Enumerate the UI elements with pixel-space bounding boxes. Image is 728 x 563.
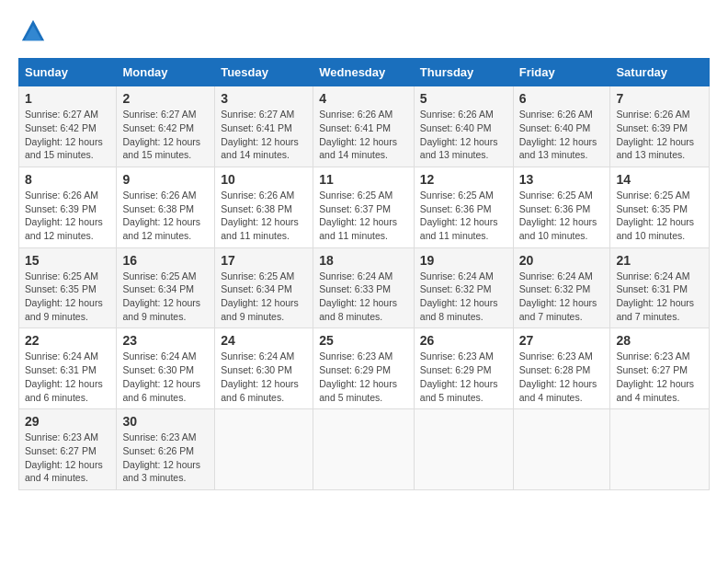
day-number: 24 xyxy=(221,333,307,348)
day-info: Sunrise: 6:24 AM Sunset: 6:33 PM Dayligh… xyxy=(319,270,408,324)
calendar-header-saturday: Saturday xyxy=(610,59,710,86)
day-number: 1 xyxy=(25,91,110,106)
day-info: Sunrise: 6:26 AM Sunset: 6:39 PM Dayligh… xyxy=(25,189,110,243)
day-number: 25 xyxy=(319,333,408,348)
calendar-header-row: SundayMondayTuesdayWednesdayThursdayFrid… xyxy=(19,59,710,86)
calendar-cell: 17 Sunrise: 6:25 AM Sunset: 6:34 PM Dayl… xyxy=(215,247,313,328)
day-number: 15 xyxy=(25,253,110,268)
day-info: Sunrise: 6:26 AM Sunset: 6:40 PM Dayligh… xyxy=(519,108,605,162)
calendar-cell: 9 Sunrise: 6:26 AM Sunset: 6:38 PM Dayli… xyxy=(117,167,215,247)
day-info: Sunrise: 6:26 AM Sunset: 6:41 PM Dayligh… xyxy=(319,108,408,162)
day-info: Sunrise: 6:24 AM Sunset: 6:32 PM Dayligh… xyxy=(519,270,605,324)
day-info: Sunrise: 6:25 AM Sunset: 6:36 PM Dayligh… xyxy=(420,189,507,243)
calendar-week-row: 1 Sunrise: 6:27 AM Sunset: 6:42 PM Dayli… xyxy=(19,86,710,167)
calendar-cell: 8 Sunrise: 6:26 AM Sunset: 6:39 PM Dayli… xyxy=(19,167,117,247)
calendar-table: SundayMondayTuesdayWednesdayThursdayFrid… xyxy=(18,58,710,490)
calendar-week-row: 8 Sunrise: 6:26 AM Sunset: 6:39 PM Dayli… xyxy=(19,167,710,247)
page-header xyxy=(18,18,710,49)
day-number: 6 xyxy=(519,91,605,106)
day-number: 29 xyxy=(25,414,110,429)
calendar-cell: 27 Sunrise: 6:23 AM Sunset: 6:28 PM Dayl… xyxy=(513,328,610,409)
day-info: Sunrise: 6:25 AM Sunset: 6:34 PM Dayligh… xyxy=(122,270,209,324)
calendar-cell: 26 Sunrise: 6:23 AM Sunset: 6:29 PM Dayl… xyxy=(414,328,513,409)
day-number: 17 xyxy=(221,253,307,268)
day-number: 20 xyxy=(519,253,605,268)
day-info: Sunrise: 6:23 AM Sunset: 6:27 PM Dayligh… xyxy=(616,350,703,404)
calendar-cell: 18 Sunrise: 6:24 AM Sunset: 6:33 PM Dayl… xyxy=(313,247,415,328)
calendar-cell: 23 Sunrise: 6:24 AM Sunset: 6:30 PM Dayl… xyxy=(117,328,215,409)
calendar-cell: 13 Sunrise: 6:25 AM Sunset: 6:36 PM Dayl… xyxy=(513,167,610,247)
calendar-cell: 5 Sunrise: 6:26 AM Sunset: 6:40 PM Dayli… xyxy=(414,86,513,167)
day-info: Sunrise: 6:26 AM Sunset: 6:38 PM Dayligh… xyxy=(122,189,209,243)
calendar-cell: 19 Sunrise: 6:24 AM Sunset: 6:32 PM Dayl… xyxy=(414,247,513,328)
calendar-cell: 2 Sunrise: 6:27 AM Sunset: 6:42 PM Dayli… xyxy=(117,86,215,167)
calendar-cell: 15 Sunrise: 6:25 AM Sunset: 6:35 PM Dayl… xyxy=(19,247,117,328)
day-info: Sunrise: 6:25 AM Sunset: 6:35 PM Dayligh… xyxy=(616,189,703,243)
day-number: 2 xyxy=(122,91,209,106)
calendar-cell: 3 Sunrise: 6:27 AM Sunset: 6:41 PM Dayli… xyxy=(215,86,313,167)
calendar-cell xyxy=(513,409,610,490)
day-number: 22 xyxy=(25,333,110,348)
day-number: 11 xyxy=(319,172,408,187)
day-number: 18 xyxy=(319,253,408,268)
calendar-cell xyxy=(414,409,513,490)
day-number: 23 xyxy=(122,333,209,348)
day-number: 21 xyxy=(616,253,703,268)
day-info: Sunrise: 6:27 AM Sunset: 6:42 PM Dayligh… xyxy=(122,108,209,162)
day-number: 19 xyxy=(420,253,507,268)
calendar-cell: 16 Sunrise: 6:25 AM Sunset: 6:34 PM Dayl… xyxy=(117,247,215,328)
day-info: Sunrise: 6:24 AM Sunset: 6:32 PM Dayligh… xyxy=(420,270,507,324)
calendar-cell: 28 Sunrise: 6:23 AM Sunset: 6:27 PM Dayl… xyxy=(610,328,710,409)
day-info: Sunrise: 6:23 AM Sunset: 6:29 PM Dayligh… xyxy=(319,350,408,404)
day-info: Sunrise: 6:27 AM Sunset: 6:42 PM Dayligh… xyxy=(25,108,110,162)
calendar-header-monday: Monday xyxy=(117,59,215,86)
day-info: Sunrise: 6:23 AM Sunset: 6:29 PM Dayligh… xyxy=(420,350,507,404)
day-number: 3 xyxy=(221,91,307,106)
day-info: Sunrise: 6:25 AM Sunset: 6:37 PM Dayligh… xyxy=(319,189,408,243)
calendar-header-friday: Friday xyxy=(513,59,610,86)
day-number: 9 xyxy=(122,172,209,187)
day-number: 28 xyxy=(616,333,703,348)
day-number: 7 xyxy=(616,91,703,106)
calendar-cell: 29 Sunrise: 6:23 AM Sunset: 6:27 PM Dayl… xyxy=(19,409,117,490)
day-number: 26 xyxy=(420,333,507,348)
calendar-cell: 4 Sunrise: 6:26 AM Sunset: 6:41 PM Dayli… xyxy=(313,86,415,167)
calendar-cell: 22 Sunrise: 6:24 AM Sunset: 6:31 PM Dayl… xyxy=(19,328,117,409)
calendar-cell: 7 Sunrise: 6:26 AM Sunset: 6:39 PM Dayli… xyxy=(610,86,710,167)
day-number: 16 xyxy=(122,253,209,268)
day-number: 12 xyxy=(420,172,507,187)
day-info: Sunrise: 6:24 AM Sunset: 6:30 PM Dayligh… xyxy=(221,350,307,404)
calendar-header-sunday: Sunday xyxy=(19,59,117,86)
day-number: 4 xyxy=(319,91,408,106)
day-info: Sunrise: 6:23 AM Sunset: 6:28 PM Dayligh… xyxy=(519,350,605,404)
calendar-week-row: 22 Sunrise: 6:24 AM Sunset: 6:31 PM Dayl… xyxy=(19,328,710,409)
day-number: 27 xyxy=(519,333,605,348)
day-info: Sunrise: 6:25 AM Sunset: 6:36 PM Dayligh… xyxy=(519,189,605,243)
calendar-cell xyxy=(215,409,313,490)
calendar-cell: 21 Sunrise: 6:24 AM Sunset: 6:31 PM Dayl… xyxy=(610,247,710,328)
logo xyxy=(18,18,46,49)
day-info: Sunrise: 6:23 AM Sunset: 6:27 PM Dayligh… xyxy=(25,431,110,485)
calendar-cell: 20 Sunrise: 6:24 AM Sunset: 6:32 PM Dayl… xyxy=(513,247,610,328)
calendar-cell xyxy=(610,409,710,490)
calendar-cell: 10 Sunrise: 6:26 AM Sunset: 6:38 PM Dayl… xyxy=(215,167,313,247)
calendar-cell: 30 Sunrise: 6:23 AM Sunset: 6:26 PM Dayl… xyxy=(117,409,215,490)
day-number: 10 xyxy=(221,172,307,187)
calendar-header-thursday: Thursday xyxy=(414,59,513,86)
day-info: Sunrise: 6:24 AM Sunset: 6:30 PM Dayligh… xyxy=(122,350,209,404)
day-info: Sunrise: 6:25 AM Sunset: 6:34 PM Dayligh… xyxy=(221,270,307,324)
calendar-cell: 6 Sunrise: 6:26 AM Sunset: 6:40 PM Dayli… xyxy=(513,86,610,167)
calendar-cell xyxy=(313,409,415,490)
day-info: Sunrise: 6:26 AM Sunset: 6:38 PM Dayligh… xyxy=(221,189,307,243)
day-number: 13 xyxy=(519,172,605,187)
day-number: 5 xyxy=(420,91,507,106)
day-info: Sunrise: 6:23 AM Sunset: 6:26 PM Dayligh… xyxy=(122,431,209,485)
day-info: Sunrise: 6:27 AM Sunset: 6:41 PM Dayligh… xyxy=(221,108,307,162)
calendar-header-wednesday: Wednesday xyxy=(313,59,415,86)
day-info: Sunrise: 6:24 AM Sunset: 6:31 PM Dayligh… xyxy=(616,270,703,324)
logo-icon xyxy=(20,18,46,44)
day-number: 30 xyxy=(122,414,209,429)
day-info: Sunrise: 6:25 AM Sunset: 6:35 PM Dayligh… xyxy=(25,270,110,324)
day-info: Sunrise: 6:26 AM Sunset: 6:39 PM Dayligh… xyxy=(616,108,703,162)
calendar-cell: 1 Sunrise: 6:27 AM Sunset: 6:42 PM Dayli… xyxy=(19,86,117,167)
